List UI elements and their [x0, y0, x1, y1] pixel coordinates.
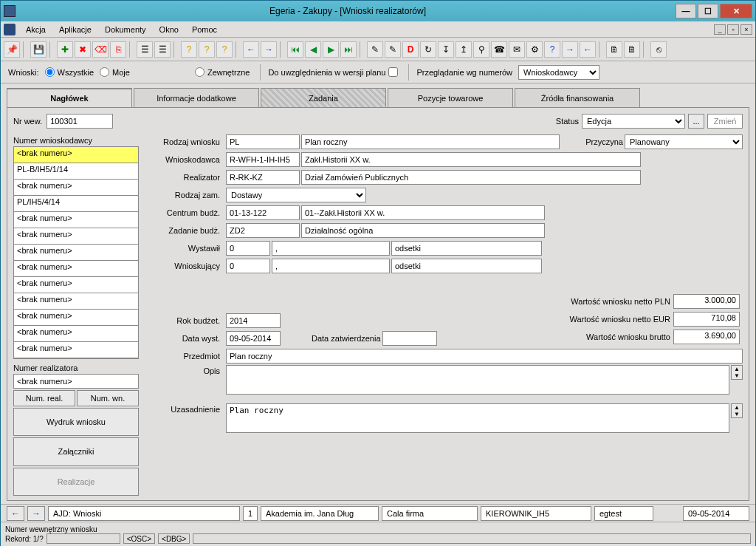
- edit1-icon[interactable]: ✎: [367, 41, 383, 58]
- list-item[interactable]: <brak numeru>: [14, 212, 138, 228]
- tree2-icon[interactable]: ☰: [154, 41, 171, 58]
- realiz-code[interactable]: [226, 170, 300, 185]
- wnioskodawcy-list[interactable]: <brak numeru>PL-B/IH5/1/14<brak numeru>P…: [13, 146, 139, 359]
- back2-icon[interactable]: ←: [580, 41, 596, 58]
- pin-icon[interactable]: 📌: [4, 41, 20, 58]
- first-icon[interactable]: ⏮: [287, 41, 303, 58]
- list-item[interactable]: <brak numeru>: [14, 293, 138, 310]
- menu-akcja[interactable]: Akcja: [20, 24, 52, 35]
- wystawil-a[interactable]: [226, 241, 270, 256]
- zalaczniki-button[interactable]: Załączniki: [13, 437, 139, 465]
- clear-icon[interactable]: ⌫: [92, 41, 109, 58]
- uzas-textarea[interactable]: [226, 403, 729, 433]
- opis-textarea[interactable]: [226, 365, 729, 395]
- menu-pomoc[interactable]: Pomoc: [186, 24, 223, 35]
- copy-icon[interactable]: ⎘: [110, 41, 126, 58]
- wniosk-text[interactable]: [301, 152, 641, 167]
- centrum-text[interactable]: [301, 205, 545, 220]
- numreal-input[interactable]: [13, 374, 139, 389]
- datazatw-input[interactable]: [382, 331, 437, 346]
- tab-zrodla[interactable]: Źródła finansowania: [515, 88, 640, 107]
- last-icon[interactable]: ⏭: [340, 41, 357, 58]
- mail-icon[interactable]: ✉: [509, 41, 525, 58]
- list-item[interactable]: <brak numeru>: [14, 310, 138, 326]
- wnioskujacy-a[interactable]: [226, 259, 270, 273]
- back-icon[interactable]: ◀: [305, 41, 321, 58]
- tab-info[interactable]: Informacje dodatkowe: [134, 88, 259, 107]
- tab-pozycje[interactable]: Pozycje towarowe: [388, 88, 513, 107]
- sort-asc-icon[interactable]: ↧: [438, 41, 454, 58]
- maximize-button[interactable]: ☐: [698, 4, 718, 18]
- tab-naglowek[interactable]: Nagłówek: [7, 88, 132, 107]
- chain-icon[interactable]: ⚙: [526, 41, 543, 58]
- uzas-scroll[interactable]: ▲▼: [731, 403, 743, 418]
- doc2-icon[interactable]: 🗎: [624, 41, 640, 58]
- refresh-icon[interactable]: ↻: [420, 41, 436, 58]
- list-item[interactable]: <brak numeru>: [14, 245, 138, 261]
- filter2-icon[interactable]: ?: [199, 41, 215, 58]
- list-item[interactable]: <brak numeru>: [14, 228, 138, 245]
- wniosk-code[interactable]: [226, 152, 300, 167]
- zadanie-code[interactable]: [226, 223, 300, 238]
- list-item[interactable]: <brak numeru>: [14, 261, 138, 277]
- przegl-select[interactable]: Wnioskodawcy: [518, 65, 599, 80]
- add-icon[interactable]: ✚: [57, 41, 73, 58]
- menu-okno[interactable]: Okno: [154, 24, 185, 35]
- list-item[interactable]: <brak numeru>: [14, 326, 138, 342]
- rodzaj-code[interactable]: [226, 134, 300, 149]
- num-real-button[interactable]: Num. real.: [13, 390, 75, 406]
- sort-desc-icon[interactable]: ↥: [456, 41, 472, 58]
- next-icon[interactable]: →: [261, 41, 277, 58]
- mdi-restore-button[interactable]: ▫: [727, 24, 739, 35]
- tab-zadania[interactable]: Zadania: [261, 88, 386, 107]
- tree1-icon[interactable]: ☰: [137, 41, 153, 58]
- nav-prev[interactable]: ←: [7, 506, 24, 521]
- radio-moje[interactable]: Moje: [100, 67, 130, 77]
- phone-icon[interactable]: ☎: [491, 41, 507, 58]
- wystawil-b[interactable]: [272, 241, 390, 256]
- help-icon[interactable]: ?: [544, 41, 560, 58]
- menu-aplikacje[interactable]: Aplikacje: [53, 24, 97, 35]
- save-icon[interactable]: 💾: [30, 41, 47, 58]
- zadanie-text[interactable]: [301, 223, 545, 238]
- go-icon[interactable]: →: [562, 41, 578, 58]
- rodzajzam-select[interactable]: Dostawy: [226, 188, 366, 202]
- status-select[interactable]: Edycja: [582, 114, 685, 129]
- uwzgl-checkbox[interactable]: [388, 67, 398, 77]
- przedmiot-input[interactable]: [226, 349, 743, 364]
- filter-icon[interactable]: ?: [181, 41, 197, 58]
- prev-icon[interactable]: ←: [243, 41, 259, 58]
- list-item[interactable]: <brak numeru>: [14, 180, 138, 196]
- mdi-close-button[interactable]: ×: [740, 24, 752, 35]
- doc1-icon[interactable]: 🗎: [606, 41, 622, 58]
- edit2-icon[interactable]: ✎: [385, 41, 401, 58]
- przyczyna-select[interactable]: Planowany: [625, 134, 743, 149]
- nrwew-input[interactable]: [47, 114, 113, 129]
- menu-dokumenty[interactable]: Dokumenty: [99, 24, 152, 35]
- fwd-icon[interactable]: ▶: [323, 41, 339, 58]
- wnioskujacy-c[interactable]: [391, 259, 542, 273]
- radio-zewnetrzne[interactable]: Zewnętrzne: [195, 67, 250, 77]
- exit-icon[interactable]: ⎋: [650, 41, 667, 58]
- close-button[interactable]: ✕: [720, 4, 752, 18]
- nav-next[interactable]: →: [27, 506, 45, 521]
- minimize-button[interactable]: —: [676, 4, 696, 18]
- list-item[interactable]: <brak numeru>: [14, 277, 138, 293]
- centrum-code[interactable]: [226, 205, 300, 220]
- link-icon[interactable]: ⚲: [473, 41, 489, 58]
- wydruk-button[interactable]: Wydruk wniosku: [13, 408, 139, 436]
- rok-input[interactable]: [226, 313, 281, 328]
- wystawil-c[interactable]: [391, 241, 542, 256]
- radio-wszystkie[interactable]: Wszystkie: [45, 67, 94, 77]
- mdi-minimize-button[interactable]: _: [714, 24, 726, 35]
- list-item[interactable]: <brak numeru>: [14, 342, 138, 358]
- rodzaj-text[interactable]: [301, 134, 560, 149]
- realiz-text[interactable]: [301, 170, 641, 185]
- list-item[interactable]: PL/IH5/4/14: [14, 196, 138, 212]
- opis-scroll[interactable]: ▲▼: [731, 365, 743, 380]
- delete-icon[interactable]: ✖: [75, 41, 91, 58]
- filter3-icon[interactable]: ?: [216, 41, 233, 58]
- datawyst-input[interactable]: [226, 331, 281, 346]
- wnioskujacy-b[interactable]: [272, 259, 390, 273]
- list-item[interactable]: <brak numeru>: [14, 147, 138, 163]
